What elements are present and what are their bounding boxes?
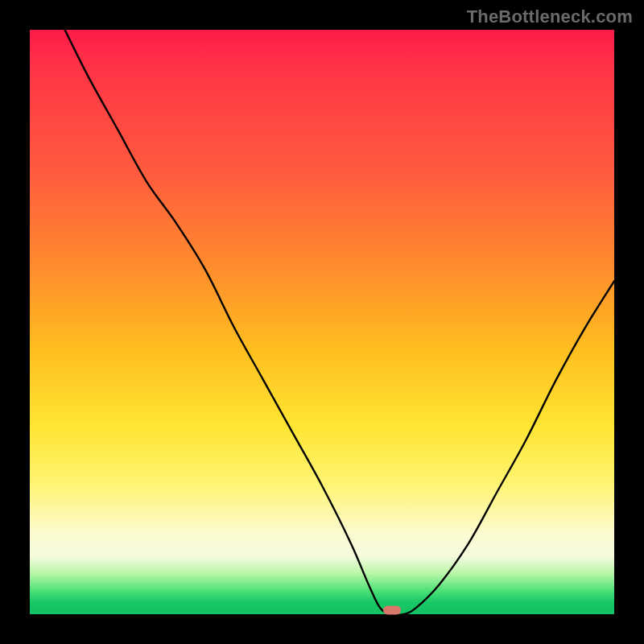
chart-frame: TheBottleneck.com: [0, 0, 644, 644]
optimum-marker: [383, 605, 401, 614]
plot-area: [30, 30, 614, 614]
watermark-text: TheBottleneck.com: [467, 6, 633, 27]
bottleneck-curve: [30, 30, 614, 614]
